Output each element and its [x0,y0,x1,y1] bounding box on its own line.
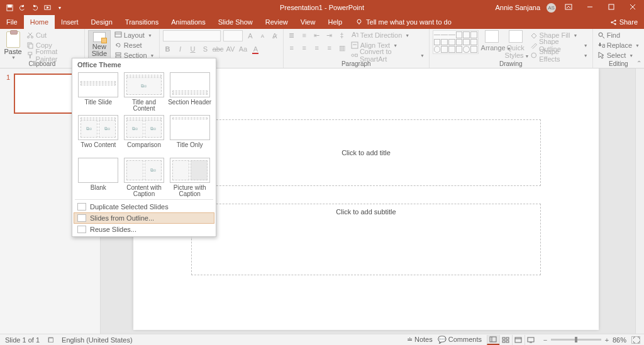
language-status[interactable]: English (United States) [62,336,133,344]
undo-icon[interactable] [16,2,28,13]
align-center-button[interactable]: ≡ [299,43,309,53]
layout-button[interactable]: Layout▼ [113,30,156,40]
layout-section-header[interactable]: Section Header [167,71,212,112]
layout-content-with-caption[interactable]: Content with Caption [122,156,167,198]
text-direction-button[interactable]: AText Direction▼ [350,30,426,40]
reading-view-button[interactable] [512,335,525,345]
char-spacing-button[interactable]: AV [226,44,236,54]
tab-transitions[interactable]: Transitions [119,15,165,29]
grow-font-button[interactable]: A [245,31,255,41]
tab-slideshow[interactable]: Slide Show [212,15,259,29]
collapse-ribbon-button[interactable]: ⌃ [636,60,641,67]
italic-button[interactable]: I [175,44,186,54]
close-button[interactable] [624,0,641,15]
zoom-in-button[interactable]: + [604,336,610,344]
normal-view-button[interactable] [487,335,499,345]
font-name-dropdown[interactable] [163,30,221,41]
layout-label: Content with Caption [122,184,167,198]
layout-comparison[interactable]: Comparison [122,114,167,155]
shape-effects-button[interactable]: Shape Effects▼ [529,50,589,60]
tell-me[interactable]: Tell me what you want to do [356,15,452,29]
replace-button[interactable]: abReplace▼ [596,40,641,50]
maximize-button[interactable] [602,0,620,15]
zoom-out-button[interactable]: − [542,336,548,344]
title-placeholder-text: Click to add title [341,149,391,156]
layout-blank[interactable]: Blank [76,156,121,198]
qat-customize-icon[interactable]: ▾ [54,2,65,13]
numbering-button[interactable]: ≡ [299,30,309,40]
duplicate-slides-item[interactable]: Duplicate Selected Slides [72,201,216,212]
replace-icon: ab [597,41,605,49]
underline-button[interactable]: U [188,44,198,54]
increase-indent-button[interactable]: ⇥ [325,30,335,40]
align-left-button[interactable]: ≡ [287,43,297,53]
layout-title-and-content[interactable]: Title and Content [122,71,167,112]
tab-insert[interactable]: Insert [55,15,85,29]
tab-file[interactable]: File [0,15,24,29]
bold-button[interactable]: B [163,44,173,54]
slide-counter[interactable]: Slide 1 of 1 [5,336,40,344]
fit-to-window-button[interactable]: ⛶ [631,336,640,344]
svg-rect-23 [115,32,121,37]
find-button[interactable]: Find [596,30,641,40]
columns-button[interactable]: ▥ [337,43,347,53]
layout-title-slide[interactable]: Title Slide [76,71,121,112]
cut-button[interactable]: Cut [25,30,81,40]
tab-help[interactable]: Help [321,15,348,29]
smartart-button[interactable]: Convert to SmartArt▼ [350,50,426,60]
group-paragraph: ≣ ≡ ⇤ ⇥ ‡ ≡ ≡ ≡ ≡ ▥ AText Direction▼ Ali… [284,29,430,68]
font-size-dropdown[interactable] [223,30,243,41]
decrease-indent-button[interactable]: ⇤ [312,30,322,40]
share-button[interactable]: Share [604,15,644,29]
tab-design[interactable]: Design [85,15,119,29]
user-name[interactable]: Annie Sanjana [495,4,540,11]
layout-title-only[interactable]: Title Only [167,114,212,155]
shapes-gallery[interactable] [433,30,479,54]
tab-animations[interactable]: Animations [165,15,211,29]
font-color-button[interactable]: A [251,44,261,54]
title-placeholder[interactable]: Click to add title [191,119,541,186]
change-case-button[interactable]: Aa [238,44,248,54]
minimize-button[interactable] [581,0,599,15]
clear-formatting-button[interactable]: A̷ [270,31,279,41]
strike-button[interactable]: abc [213,44,223,54]
shadow-button[interactable]: S [201,44,211,54]
line-spacing-button[interactable]: ‡ [337,30,347,40]
notes-button[interactable]: ≐ Notes [407,336,433,344]
reset-button[interactable]: Reset [113,40,156,50]
layout-picture-with-caption[interactable]: Picture with Caption [167,156,212,198]
slideshow-view-button[interactable] [525,335,537,345]
reset-label: Reset [124,41,142,49]
zoom-thumb[interactable] [575,337,577,342]
align-right-button[interactable]: ≡ [312,43,322,53]
layout-two-content[interactable]: Two Content [76,114,121,155]
start-from-beginning-icon[interactable] [42,2,53,13]
comments-button[interactable]: 💬 Comments [438,336,482,344]
tab-home[interactable]: Home [24,15,55,29]
user-avatar[interactable]: AS [547,3,556,13]
bullets-button[interactable]: ≣ [287,30,297,40]
slides-from-outline-item[interactable]: Slides from Outline... [74,212,214,224]
pen-icon [530,41,537,49]
reuse-slides-item[interactable]: Reuse Slides... [72,224,216,235]
zoom-level[interactable]: 86% [613,336,626,344]
justify-button[interactable]: ≡ [325,43,335,53]
quick-styles-button[interactable]: Quick Styles▼ [505,30,526,60]
redo-icon[interactable] [29,2,40,13]
arrange-button[interactable]: Arrange▼ [481,30,502,60]
subtitle-placeholder[interactable]: Click to add subtitle [191,204,541,275]
select-button[interactable]: Select▼ [596,50,641,60]
chevron-down-icon: ▼ [148,33,152,38]
reuse-label: Reuse Slides... [90,226,136,233]
paste-button[interactable]: Paste ▼ [3,30,23,60]
zoom-slider[interactable] [551,339,601,341]
save-icon[interactable] [4,2,15,13]
spellcheck-icon[interactable]: ⧠ [47,336,54,344]
vertical-scrollbar[interactable] [635,68,644,334]
sorter-view-button[interactable] [499,335,512,345]
ribbon-options-icon[interactable] [560,0,577,15]
tab-review[interactable]: Review [259,15,294,29]
layout-label: Comparison [122,141,167,155]
tab-view[interactable]: View [294,15,322,29]
shrink-font-button[interactable]: A [258,31,267,41]
